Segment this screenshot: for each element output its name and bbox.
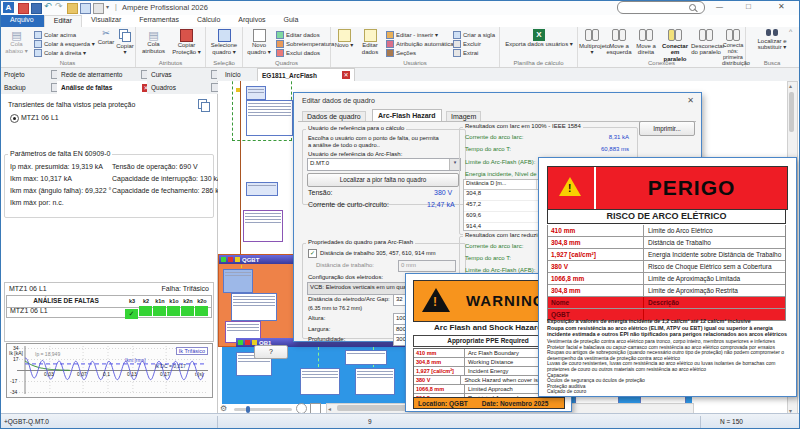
qat-dropdown-icon[interactable]: ▾ [106,3,109,10]
open-icon[interactable] [67,3,78,14]
zoom-out-icon[interactable] [310,403,321,413]
move-right-button[interactable]: Move a direita [633,29,659,56]
transient-radio[interactable]: MTZ1 06 L1 [10,114,59,123]
dialog-close-icon[interactable]: ✕ [687,96,694,105]
connect-parallel-button[interactable]: Conectar em paralelo [660,29,690,62]
new-board-button[interactable]: Novo quadro ▾ [244,29,274,55]
locate-worst-fault-button[interactable]: Localizar a pior falta no quadro [307,173,459,187]
ribbon-collapse-icon[interactable]: ^ [789,28,792,35]
fault-table-row[interactable]: MTZ1 06 L1 ✓ [6,306,212,318]
close-button[interactable]: ✕ [778,2,785,11]
sections-button[interactable]: Seções [386,49,416,57]
tab-arquivo[interactable]: Arquivo [0,15,44,27]
table-icon[interactable] [80,3,91,14]
component-label[interactable] [231,293,277,321]
auto-assign-button[interactable]: Atribuição automática ▾ [386,40,458,48]
maximize-button[interactable]: □ [746,2,751,11]
tab-guia[interactable]: Guia [275,15,308,27]
tab-arquivos[interactable]: Arquivos [229,15,274,27]
scroll-left-icon[interactable]: ◂ [328,405,331,412]
status-selection: +QGBT-Q.MT.0 [4,418,49,425]
component-label[interactable] [243,210,283,242]
select-board-button[interactable]: Selecione quadro ▾ [207,29,241,55]
sidebar-tabs-row1: Projeto Rede de aterramento Curvas [0,68,217,82]
print-button[interactable]: Imprimir... [639,121,695,136]
new-user-button[interactable]: Novo ▾ [332,29,356,49]
overtemperature-button[interactable]: Sobretemperatura [276,40,334,48]
tab-ferramentas[interactable]: Ferramentas [130,15,188,27]
help-button[interactable]: ? [254,345,288,359]
component-label[interactable] [300,368,340,395]
edit-board-data-button[interactable]: Editar dados [276,31,320,39]
component-label[interactable] [345,350,387,365]
extract-button[interactable]: Extrai [453,49,478,57]
ribbon-group-usuarios: Novo ▾ Editar dados Editar - inserir ▾ A… [331,27,500,67]
move-left-button[interactable]: Move a esquerda [606,29,632,56]
save-icon[interactable] [31,3,42,14]
warning-location: Location: QGBT [414,400,468,407]
search-input[interactable] [622,2,692,13]
sidebar-tab-curvas[interactable]: Curvas [147,68,225,81]
param-fechamento: Capacidade de fechamento: 286 kA [112,187,223,194]
tab-editar[interactable]: Editar [44,15,82,27]
copy-protection-button[interactable]: Copiar Proteção ▾ [170,29,203,55]
paste-below-button[interactable]: ▤ Cola abaixo ▾ [1,29,32,54]
sidebar-tab-analise-faltas[interactable]: Análise de faltas✕ [57,81,155,94]
copy-button[interactable]: Copiar ▾ [116,29,134,56]
sidebar-tab-projeto[interactable]: Projeto [0,68,65,81]
perigo-table: 410 mmLimite do Arco Elétrico 304,8 mmDi… [547,225,786,321]
dialog-tab-imagem[interactable]: Imagem [446,111,481,121]
component-label[interactable] [246,100,293,136]
delete-board-data-button[interactable]: Exclui dados [276,49,320,57]
edit-user-data-button[interactable]: Editar dados [357,29,383,55]
perigo-label-window[interactable]: ! PERIGO RISCO DE ARCO ELÉTRICO 410 mmLi… [538,157,797,397]
cut-button[interactable]: ✂Cortar [97,29,115,45]
undo-icon[interactable]: ↶ [44,1,52,11]
canvas-tab-inicio[interactable]: Início [221,68,261,81]
copy-transients-icon[interactable] [198,99,210,111]
canvas-tab-project[interactable]: EG1811_ArcFlash✕ [257,68,355,81]
ref-user-legend: Usuário de referência para o cálculo [306,125,406,131]
arcflash-user-combo[interactable]: D.MT.0 ▾ [307,158,461,171]
delete-data-icon [276,49,284,57]
sidebar-tab-rede-aterramento[interactable]: Rede de aterramento [57,68,155,81]
dialog-tab-arcflash[interactable]: Arc-Flash Hazard [372,109,442,121]
delete-user-button[interactable]: Excluir [453,40,481,48]
extract-icon [453,49,461,57]
work-distance-checkbox[interactable]: ✓Distância de trabalho 305, 457, 610, 91… [308,249,436,258]
export-icon[interactable] [93,3,104,14]
zoom-in-icon[interactable] [296,403,307,413]
sidebar-tab-backup[interactable]: Backup [0,81,65,94]
paste-right-button[interactable]: Colar à direita ▾ [34,49,86,57]
component-label[interactable] [223,269,253,293]
sidebar-tab-quadros[interactable]: Quadros [147,81,225,94]
ribbon: ▤ Cola abaixo ▾ Colar acima Colar à esqu… [0,27,800,68]
close-tab-icon[interactable]: ✕ [342,71,350,79]
paste-above-button[interactable]: Colar acima [34,31,76,39]
search-box[interactable] [617,1,705,14]
series-legend: Ik Trifásico [176,347,208,355]
paste-left-button[interactable]: Colar à esquerda ▾ [34,40,95,48]
dist-field[interactable]: 0 mm [398,260,456,272]
redo-icon[interactable]: ↷ [55,1,63,11]
component-label[interactable] [246,182,278,196]
paste-attributes-button[interactable]: ▤Cola atributos [138,29,169,54]
scroll-up-icon[interactable]: ▴ [789,82,792,89]
minimize-button[interactable]: — [716,3,723,10]
zoom-slider[interactable] [234,408,292,411]
profundidade-label: Profundidade: [308,336,345,342]
sidebar-tabs-row2: Backup Análise de faltas✕ Quadros [0,81,217,95]
tab-calculo[interactable]: Cálculo [188,15,229,27]
disconnect-parallel-button[interactable]: Desconectar do paralelo [691,29,721,56]
export-users-button[interactable]: X Exporta dados usuários ▾ [504,29,574,48]
component-label[interactable] [246,86,266,100]
gear-icon[interactable]: ⚙ [220,404,227,413]
component-label[interactable] [355,368,395,395]
new-project-icon[interactable] [18,3,29,14]
multiproject-button[interactable]: Multiprojeto ▾ [579,29,605,56]
delete-user-icon [453,40,461,48]
dialog-tab-dados[interactable]: Dados de quadro [302,111,366,121]
create-acronym-button[interactable]: Criar a sigla [453,31,495,39]
edit-insert-button[interactable]: Editar - inserir ▾ [386,31,438,39]
tab-visualizar[interactable]: Visualizar [82,15,130,27]
